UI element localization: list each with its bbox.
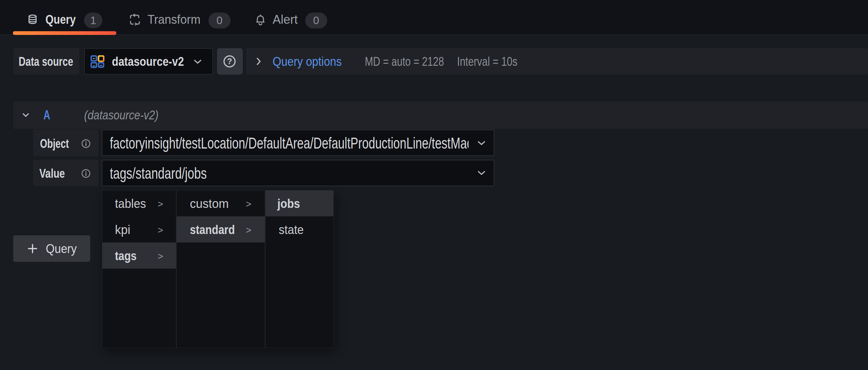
svg-text:?: ? bbox=[227, 57, 232, 66]
